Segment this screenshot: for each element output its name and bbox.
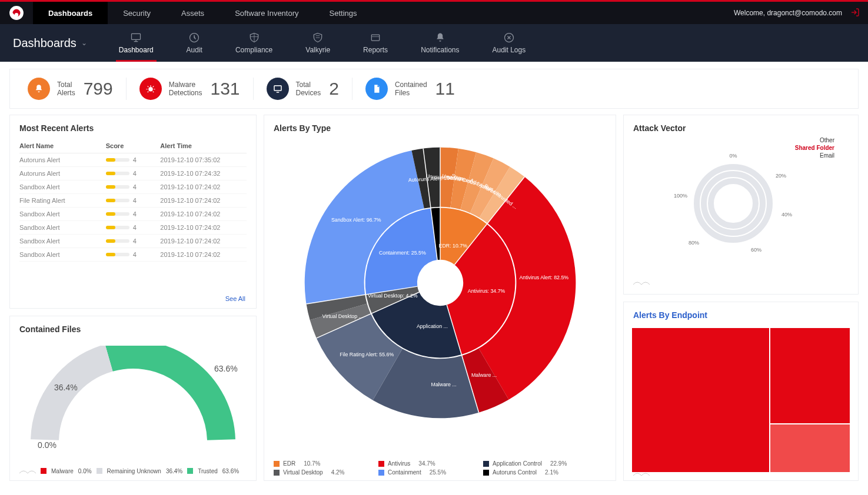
legend-name: Antivirus — [388, 460, 410, 467]
left-column: Most Recent Alerts Alert Name Score Aler… — [9, 115, 257, 481]
col-name: Alert Name — [19, 142, 106, 149]
brand-logo[interactable] — [0, 5, 33, 21]
stat-contained[interactable]: ContainedFiles 11 — [352, 78, 468, 100]
gauge-trusted-label: 63.6% — [214, 364, 238, 373]
reports-icon — [370, 32, 381, 44]
score-bar — [106, 253, 129, 256]
nav-settings[interactable]: Settings — [314, 2, 373, 24]
right-column: Attack Vector Other Shared Folder Email … — [623, 115, 859, 481]
top-nav: Dashboards Security Assets Software Inve… — [0, 2, 868, 24]
legend-item[interactable]: Virtual Desktop4.2% — [274, 469, 368, 476]
svg-text:0%: 0% — [729, 153, 737, 159]
stat-value: 799 — [84, 79, 113, 99]
legend-label: Malware — [51, 468, 74, 474]
subnav-title-text: Dashboards — [13, 36, 77, 50]
welcome-text: Welcome, dragonct@comodo.com — [734, 9, 850, 17]
nav-assets[interactable]: Assets — [166, 2, 220, 24]
bell-circle-icon — [28, 78, 50, 100]
cell-score: 4 — [106, 183, 161, 190]
cell-name: Sandbox Alert — [19, 224, 106, 231]
subnav-audit[interactable]: Audit — [170, 24, 219, 62]
stat-label: Contained — [395, 81, 427, 89]
subnav-valkyrie[interactable]: Valkyrie — [289, 24, 347, 62]
treemap-tile[interactable] — [632, 328, 769, 473]
svg-text:Virtual Desktop ...: Virtual Desktop ... — [322, 313, 363, 319]
svg-text:100%: 100% — [674, 193, 687, 199]
table-row[interactable]: Sandbox Alert42019-12-10 07:24:02 — [19, 235, 247, 248]
legend-name: Virtual Desktop — [283, 469, 323, 476]
cell-name: Sandbox Alert — [19, 238, 106, 245]
chevron-down-icon: ⌄ — [81, 39, 87, 47]
subnav-reports[interactable]: Reports — [347, 24, 404, 62]
legend-name: Containment — [388, 469, 421, 476]
nav-label: Security — [123, 9, 151, 18]
legend-swatch — [41, 468, 46, 474]
subnav-dashboard[interactable]: Dashboard — [102, 24, 170, 62]
subnav-audit-logs[interactable]: Audit Logs — [476, 24, 543, 62]
table-row[interactable]: Sandbox Alert42019-12-10 07:24:02 — [19, 248, 247, 262]
score-bar — [106, 199, 129, 202]
score-bar — [106, 212, 129, 216]
stat-label: Total — [296, 81, 321, 89]
svg-text:20%: 20% — [776, 173, 786, 179]
subnav-compliance[interactable]: Compliance — [219, 24, 289, 62]
shield-grid-icon — [248, 32, 260, 44]
logs-icon — [503, 32, 515, 44]
legend-name: Application Control — [493, 460, 542, 467]
panel-title[interactable]: Alerts By Endpoint — [633, 310, 849, 320]
panel-contained-files: Contained Files 63.6% 36.4% 0.0% — [9, 316, 257, 481]
table-row[interactable]: Sandbox Alert42019-12-10 07:24:02 — [19, 180, 247, 194]
svg-text:Antivirus Alert: 82.5%: Antivirus Alert: 82.5% — [519, 275, 568, 280]
subnav-notifications[interactable]: Notifications — [404, 24, 475, 62]
logout-icon[interactable] — [850, 8, 868, 19]
legend-item[interactable]: EDR10.7% — [274, 460, 368, 467]
legend-pct: 10.7% — [304, 460, 320, 467]
cell-score: 4 — [106, 156, 161, 163]
stat-label: Total — [57, 81, 75, 89]
cell-time: 2019-12-10 07:24:02 — [160, 238, 247, 245]
panel-attack-vector: Attack Vector Other Shared Folder Email … — [623, 115, 859, 295]
treemap-tile[interactable] — [770, 328, 850, 423]
cell-score: 4 — [106, 224, 161, 231]
sunburst-chart[interactable]: EDR: 10.7% Antivirus: 34.7% Application … — [274, 139, 606, 446]
gauge-legend: Malware 0.0% Remaining Unknown 36.4% Tru… — [19, 467, 239, 474]
nav-security[interactable]: Security — [108, 2, 166, 24]
stat-label: Files — [395, 89, 427, 97]
nav-dashboards[interactable]: Dashboards — [33, 2, 108, 24]
legend-swatch — [97, 468, 102, 474]
table-row[interactable]: Sandbox Alert42019-12-10 07:24:02 — [19, 221, 247, 235]
subnav-title[interactable]: Dashboards ⌄ — [0, 24, 102, 62]
table-row[interactable]: Autoruns Alert42019-12-10 07:24:32 — [19, 167, 247, 180]
subnav-label: Dashboard — [119, 46, 154, 54]
legend-item[interactable]: Application Control22.9% — [483, 460, 577, 467]
stat-malware[interactable]: MalwareDetections 131 — [127, 78, 254, 100]
legend-other: Other — [795, 136, 834, 144]
treemap-chart[interactable] — [632, 328, 850, 473]
panel-alerts-by-type: Alerts By Type — [264, 115, 616, 481]
legend-item[interactable]: Antivirus34.7% — [378, 460, 473, 467]
subnav-label: Notifications — [421, 46, 459, 54]
bug-circle-icon — [139, 78, 162, 100]
see-all-link[interactable]: See All — [225, 295, 245, 302]
col-score: Score — [106, 142, 161, 149]
nav-software-inventory[interactable]: Software Inventory — [220, 2, 314, 24]
cell-score: 4 — [106, 170, 161, 177]
legend-item[interactable]: Autoruns Control2.1% — [483, 469, 577, 476]
panels-grid: Most Recent Alerts Alert Name Score Aler… — [9, 115, 859, 481]
table-row[interactable]: Autoruns Alert42019-12-10 07:35:02 — [19, 153, 247, 167]
treemap-tile[interactable] — [770, 424, 850, 472]
sub-nav: Dashboards ⌄ Dashboard Audit Compliance … — [0, 24, 868, 62]
legend-item[interactable]: Containment25.5% — [378, 469, 473, 476]
table-row[interactable]: File Rating Alert42019-12-10 07:24:02 — [19, 194, 247, 208]
table-row[interactable]: Sandbox Alert42019-12-10 07:24:02 — [19, 208, 247, 221]
gauge-chart[interactable]: 63.6% 36.4% 0.0% — [19, 340, 247, 451]
cell-time: 2019-12-10 07:35:02 — [160, 156, 247, 163]
legend-swatch — [274, 470, 280, 476]
panel-title: Attack Vector — [633, 123, 849, 133]
legend-swatch — [274, 461, 280, 467]
stat-label: Alerts — [57, 89, 75, 97]
stat-devices[interactable]: TotalDevices 2 — [254, 78, 352, 100]
svg-text:Sandbox Alert: 96.7%: Sandbox Alert: 96.7% — [331, 217, 381, 223]
stat-total-alerts[interactable]: TotalAlerts 799 — [15, 78, 127, 100]
radial-chart[interactable]: 0% 20% 40% 60% 80% 100% — [657, 145, 810, 256]
